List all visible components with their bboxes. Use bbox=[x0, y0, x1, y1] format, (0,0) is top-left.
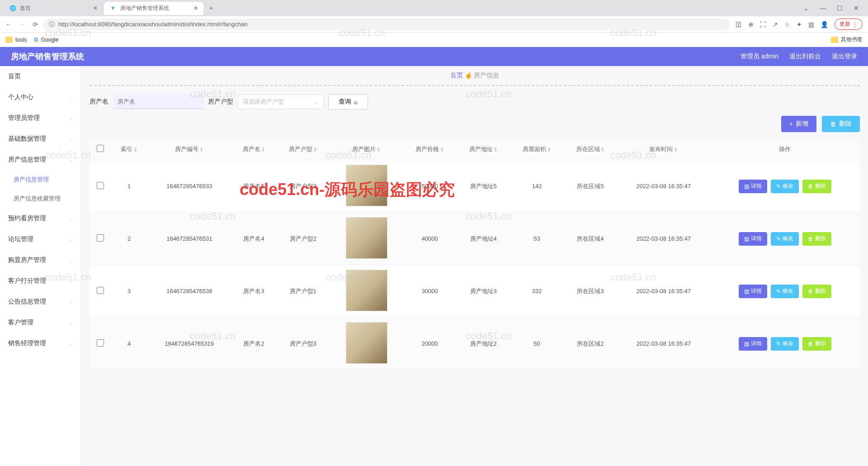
edit-button[interactable]: ✎修改 bbox=[771, 337, 799, 351]
table-header[interactable]: 房屋面积▲▼ bbox=[510, 138, 563, 160]
bookmark-bar: tools GGoogle 其他书签 bbox=[0, 33, 868, 47]
detail-button[interactable]: ▤详情 bbox=[739, 180, 767, 193]
sidebar-item-label: 客户打分管理 bbox=[8, 277, 46, 285]
exit-to-front-link[interactable]: 退出到前台 bbox=[789, 52, 821, 61]
select-all-checkbox[interactable] bbox=[97, 145, 104, 152]
maximize-icon[interactable]: ☐ bbox=[837, 5, 843, 12]
search-name-input[interactable] bbox=[113, 95, 203, 109]
search-type-select[interactable]: 请选择房产户型 ⌄ bbox=[238, 95, 324, 109]
sidebar-item[interactable]: 论坛管理⌄ bbox=[0, 229, 81, 250]
row-delete-button[interactable]: 🗑删除 bbox=[802, 337, 831, 351]
table-header[interactable]: 房产地址▲▼ bbox=[457, 138, 510, 160]
detail-button[interactable]: ▤详情 bbox=[739, 337, 767, 351]
delete-button[interactable]: 🗑 删除 bbox=[822, 116, 860, 132]
sidebar-item[interactable]: 客户管理⌄ bbox=[0, 312, 81, 333]
back-icon[interactable]: ← bbox=[5, 21, 12, 28]
chevron-down-icon: ⌄ bbox=[69, 95, 73, 100]
row-delete-button[interactable]: 🗑删除 bbox=[802, 232, 831, 246]
logout-link[interactable]: 退出登录 bbox=[832, 52, 857, 61]
data-table: 索引▲▼房产编号▲▼房产名▲▼房产户型▲▼房产图片▲▼房产价格▲▼房产地址▲▼房… bbox=[90, 138, 860, 370]
table-header[interactable]: 索引▲▼ bbox=[111, 138, 147, 160]
sidebar-item[interactable]: 销售经理管理⌄ bbox=[0, 333, 81, 354]
row-checkbox[interactable] bbox=[97, 234, 104, 242]
sidebar-item[interactable]: 个人中心⌄ bbox=[0, 87, 81, 108]
info-icon: ⓘ bbox=[49, 20, 55, 29]
table-header[interactable]: 房产图片▲▼ bbox=[330, 138, 403, 160]
row-checkbox[interactable] bbox=[97, 182, 104, 189]
trash-icon: 🗑 bbox=[830, 120, 836, 128]
row-delete-button[interactable]: 🗑删除 bbox=[802, 285, 831, 298]
extensions-icon[interactable]: ✦ bbox=[797, 21, 802, 28]
browser-tab-home[interactable]: 🌐 首页 ✕ bbox=[4, 2, 103, 15]
bookmark-other[interactable]: 其他书签 bbox=[831, 36, 863, 43]
panel-icon[interactable]: ▥ bbox=[808, 21, 814, 28]
cell-code: 16467285476538 bbox=[147, 265, 231, 318]
bookmark-google[interactable]: GGoogle bbox=[34, 37, 58, 43]
key-icon[interactable]: ⚿ bbox=[736, 21, 742, 28]
table-header[interactable]: 发布时间▲▼ bbox=[617, 138, 710, 160]
chevron-down-icon: ⌄ bbox=[69, 320, 73, 325]
chevron-down-icon[interactable]: ⌄ bbox=[803, 5, 809, 12]
sidebar-item-label: 房产信息管理 bbox=[8, 156, 46, 164]
reload-icon[interactable]: ⟳ bbox=[33, 21, 38, 28]
zoom-icon[interactable]: ⊕ bbox=[748, 21, 754, 28]
search-icon: ⌕ bbox=[354, 98, 358, 105]
sidebar-item[interactable]: 公告信息管理⌄ bbox=[0, 291, 81, 312]
profile-icon[interactable]: 👤 bbox=[821, 21, 828, 28]
table-header[interactable]: 房产户型▲▼ bbox=[276, 138, 330, 160]
update-button[interactable]: 更新⋮ bbox=[835, 19, 863, 30]
table-header[interactable]: 所在区域▲▼ bbox=[564, 138, 617, 160]
url-input[interactable]: ⓘ http://localhost:8080/fangdicanxiaosho… bbox=[43, 19, 730, 30]
sidebar-item[interactable]: 首页 bbox=[0, 66, 81, 87]
user-label[interactable]: 管理员 admin bbox=[741, 52, 778, 61]
bookmark-tools[interactable]: tools bbox=[5, 37, 27, 43]
cell-region: 所在区域5 bbox=[564, 160, 617, 213]
edit-button[interactable]: ✎修改 bbox=[771, 232, 799, 246]
forward-icon[interactable]: → bbox=[19, 21, 25, 28]
close-icon[interactable]: ✕ bbox=[93, 5, 98, 11]
sidebar-item-label: 预约看房管理 bbox=[8, 214, 46, 223]
app-body: 首页个人中心⌄管理员管理⌄基础数据管理⌄房产信息管理⌄房产信息管理房产信息收藏管… bbox=[0, 66, 868, 466]
sidebar-item[interactable]: 基础数据管理⌄ bbox=[0, 128, 81, 149]
chevron-down-icon: ⌄ bbox=[69, 216, 73, 221]
sidebar-item[interactable]: 客户打分管理⌄ bbox=[0, 271, 81, 291]
browser-tab-app[interactable]: ▼ 房地产销售管理系统 ✕ bbox=[104, 2, 203, 15]
table-header[interactable]: 房产编号▲▼ bbox=[147, 138, 231, 160]
table-header[interactable]: 房产价格▲▼ bbox=[403, 138, 457, 160]
star-icon[interactable]: ☆ bbox=[784, 21, 790, 28]
edit-button[interactable]: ✎修改 bbox=[771, 180, 799, 193]
translate-icon[interactable]: ⛶ bbox=[760, 21, 766, 28]
sort-icon: ▲▼ bbox=[440, 147, 444, 152]
browser-chrome: 🌐 首页 ✕ ▼ 房地产销售管理系统 ✕ ＋ ⌄ — ☐ ✕ ← → ⟳ ⓘ h… bbox=[0, 0, 868, 47]
detail-button[interactable]: ▤详情 bbox=[739, 285, 767, 298]
breadcrumb-home[interactable]: 首页 bbox=[450, 71, 463, 79]
detail-button[interactable]: ▤详情 bbox=[739, 232, 767, 246]
table-header[interactable]: 操作 bbox=[710, 138, 860, 160]
row-checkbox[interactable] bbox=[97, 339, 104, 347]
row-checkbox[interactable] bbox=[97, 287, 104, 294]
sidebar-item[interactable]: 购置房产管理⌄ bbox=[0, 250, 81, 271]
cell-addr: 房产地址4 bbox=[457, 213, 510, 265]
sidebar-item[interactable]: 房产信息管理⌄ bbox=[0, 149, 81, 170]
search-type-label: 房产户型 bbox=[208, 98, 233, 106]
add-button[interactable]: + 新增 bbox=[781, 116, 816, 132]
table-header[interactable]: 房产名▲▼ bbox=[231, 138, 276, 160]
cell-price: 40000 bbox=[403, 213, 457, 265]
query-button[interactable]: 查询 ⌕ bbox=[328, 94, 368, 109]
sidebar-sub-item[interactable]: 房产信息管理 bbox=[0, 170, 81, 189]
close-icon[interactable]: ✕ bbox=[193, 5, 198, 11]
cell-region: 所在区域4 bbox=[564, 213, 617, 265]
row-delete-button[interactable]: 🗑删除 bbox=[802, 180, 831, 193]
url-text: http://localhost:8080/fangdicanxiaoshou/… bbox=[58, 21, 247, 28]
cell-area: 142 bbox=[510, 160, 563, 213]
trash-icon: 🗑 bbox=[808, 341, 813, 347]
share-icon[interactable]: ↗ bbox=[773, 21, 778, 28]
cell-addr: 房产地址5 bbox=[457, 160, 510, 213]
sidebar-item[interactable]: 预约看房管理⌄ bbox=[0, 208, 81, 229]
close-window-icon[interactable]: ✕ bbox=[854, 5, 859, 12]
minimize-icon[interactable]: — bbox=[820, 5, 826, 12]
new-tab-button[interactable]: ＋ bbox=[204, 2, 218, 14]
edit-button[interactable]: ✎修改 bbox=[771, 285, 799, 298]
sidebar-sub-item[interactable]: 房产信息收藏管理 bbox=[0, 189, 81, 208]
sidebar-item[interactable]: 管理员管理⌄ bbox=[0, 108, 81, 128]
